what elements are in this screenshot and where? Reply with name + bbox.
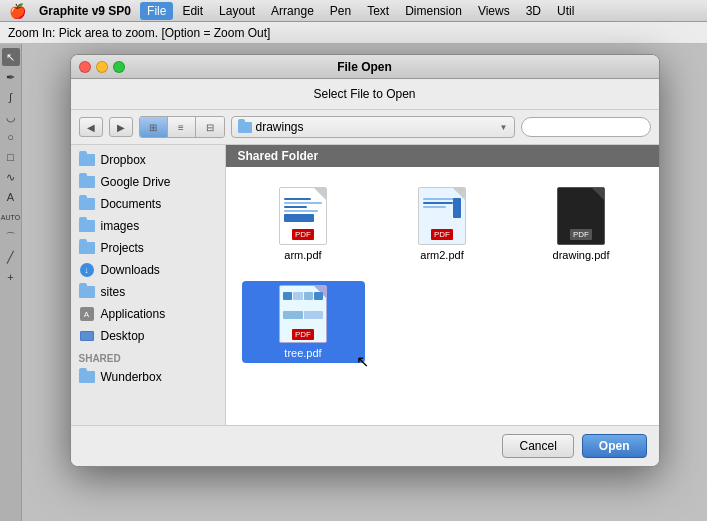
file-item-arm[interactable]: PDF arm.pdf (242, 183, 365, 265)
search-input[interactable] (521, 117, 651, 137)
arm-pdf-icon: PDF (279, 187, 327, 245)
downloads-icon: ↓ (79, 262, 95, 278)
menu-file[interactable]: File (140, 2, 173, 20)
cancel-button[interactable]: Cancel (502, 434, 573, 458)
menu-3d[interactable]: 3D (519, 2, 548, 20)
applications-icon: A (79, 306, 95, 322)
menu-layout[interactable]: Layout (212, 2, 262, 20)
tool-circle[interactable]: ○ (2, 128, 20, 146)
arm2-pdf-lines (423, 198, 461, 220)
view-toggle: ⊞ ≡ ⊟ (139, 116, 225, 138)
pdf-label-arm2: PDF (431, 229, 453, 240)
tree-pdf-content (283, 292, 323, 328)
sidebar-item-downloads[interactable]: ↓ Downloads (71, 259, 225, 281)
tree-pdf-icon: PDF (279, 285, 327, 343)
sidebar-item-documents[interactable]: Documents (71, 193, 225, 215)
file-name-tree: tree.pdf (284, 347, 321, 359)
icon-view-button[interactable]: ⊞ (140, 117, 168, 137)
app-name[interactable]: Graphite v9 SP0 (32, 2, 138, 20)
tool-arc[interactable]: ◡ (2, 108, 20, 126)
sidebar-item-google-drive[interactable]: Google Drive (71, 171, 225, 193)
sidebar-item-applications[interactable]: A Applications (71, 303, 225, 325)
sidebar-label-applications: Applications (101, 307, 166, 321)
sidebar-label-sites: sites (101, 285, 126, 299)
dropdown-arrow-icon: ▼ (500, 123, 508, 132)
folder-icon (238, 122, 252, 133)
menu-dimension[interactable]: Dimension (398, 2, 469, 20)
file-item-drawing[interactable]: PDF drawing.pdf (520, 183, 643, 265)
dialog-footer: Cancel Open (71, 425, 659, 466)
dialog-subtitle: Select File to Open (71, 79, 659, 110)
sidebar: Dropbox Google Drive Documents images (71, 145, 226, 425)
zoom-bar: Zoom In: Pick area to zoom. [Option = Zo… (0, 22, 707, 44)
sidebar-item-projects[interactable]: Projects (71, 237, 225, 259)
dialog-titlebar: File Open (71, 55, 659, 79)
file-name-drawing: drawing.pdf (553, 249, 610, 261)
column-view-button[interactable]: ⊟ (196, 117, 224, 137)
open-button[interactable]: Open (582, 434, 647, 458)
cursor-indicator: ↖ (356, 352, 369, 371)
google-drive-icon (79, 174, 95, 190)
minimize-button[interactable] (96, 61, 108, 73)
tool-shape1[interactable]: ⌒ (2, 228, 20, 246)
maximize-button[interactable] (113, 61, 125, 73)
sidebar-item-dropbox[interactable]: Dropbox (71, 149, 225, 171)
folder-dropdown[interactable]: drawings ▼ (231, 116, 515, 138)
apple-menu[interactable]: 🍎 (8, 2, 26, 20)
tool-pen[interactable]: ✒ (2, 68, 20, 86)
sidebar-item-desktop[interactable]: Desktop (71, 325, 225, 347)
file-item-tree[interactable]: PDF tree.pdf ↖ (242, 281, 365, 363)
tool-wave[interactable]: ∿ (2, 168, 20, 186)
app-body: ↖ ✒ ∫ ◡ ○ □ ∿ A AUTO ⌒ ╱ + File Open Sel… (0, 44, 707, 521)
tool-rect[interactable]: □ (2, 148, 20, 166)
drawing-pdf-icon: PDF (557, 187, 605, 245)
list-view-button[interactable]: ≡ (168, 117, 196, 137)
sidebar-label-projects: Projects (101, 241, 144, 255)
close-button[interactable] (79, 61, 91, 73)
dropbox-icon (79, 152, 95, 168)
tool-plus[interactable]: + (2, 268, 20, 286)
file-area: Shared Folder (226, 145, 659, 425)
file-item-arm2[interactable]: PDF arm2.pdf (381, 183, 504, 265)
menu-util[interactable]: Util (550, 2, 581, 20)
pdf-label-tree: PDF (292, 329, 314, 340)
tool-text[interactable]: A (2, 188, 20, 206)
menu-edit[interactable]: Edit (175, 2, 210, 20)
tool-auto[interactable]: AUTO (2, 208, 20, 226)
menu-views[interactable]: Views (471, 2, 517, 20)
arm2-pdf-icon: PDF (418, 187, 466, 245)
file-grid: PDF arm.pdf (226, 167, 659, 379)
menu-pen[interactable]: Pen (323, 2, 358, 20)
dialog-overlay: File Open Select File to Open ◀ ▶ ⊞ ≡ ⊟ … (22, 44, 707, 521)
wunderbox-icon (79, 369, 95, 385)
sidebar-label-images: images (101, 219, 140, 233)
menu-arrange[interactable]: Arrange (264, 2, 321, 20)
sidebar-item-wunderbox[interactable]: Wunderbox (71, 366, 225, 388)
dialog-content: Dropbox Google Drive Documents images (71, 145, 659, 425)
sidebar-item-images[interactable]: images (71, 215, 225, 237)
tool-palette: ↖ ✒ ∫ ◡ ○ □ ∿ A AUTO ⌒ ╱ + (0, 44, 22, 521)
sidebar-label-documents: Documents (101, 197, 162, 211)
tool-curve[interactable]: ∫ (2, 88, 20, 106)
menu-text[interactable]: Text (360, 2, 396, 20)
file-name-arm2: arm2.pdf (420, 249, 463, 261)
pdf-lines (284, 198, 322, 224)
sidebar-section-shared: SHARED (71, 347, 225, 366)
sidebar-label-google-drive: Google Drive (101, 175, 171, 189)
images-icon (79, 218, 95, 234)
file-open-dialog: File Open Select File to Open ◀ ▶ ⊞ ≡ ⊟ … (70, 54, 660, 467)
tool-pointer[interactable]: ↖ (2, 48, 20, 66)
dialog-toolbar: ◀ ▶ ⊞ ≡ ⊟ drawings ▼ (71, 110, 659, 145)
folder-name: drawings (256, 120, 496, 134)
back-button[interactable]: ◀ (79, 117, 103, 137)
dialog-title: File Open (337, 60, 392, 74)
shared-folder-header: Shared Folder (226, 145, 659, 167)
sidebar-item-sites[interactable]: sites (71, 281, 225, 303)
sites-icon (79, 284, 95, 300)
forward-button[interactable]: ▶ (109, 117, 133, 137)
tool-shape2[interactable]: ╱ (2, 248, 20, 266)
pdf-label-arm: PDF (292, 229, 314, 240)
pdf-label-drawing: PDF (570, 229, 592, 240)
sidebar-label-downloads: Downloads (101, 263, 160, 277)
menubar: 🍎 Graphite v9 SP0 File Edit Layout Arran… (0, 0, 707, 22)
